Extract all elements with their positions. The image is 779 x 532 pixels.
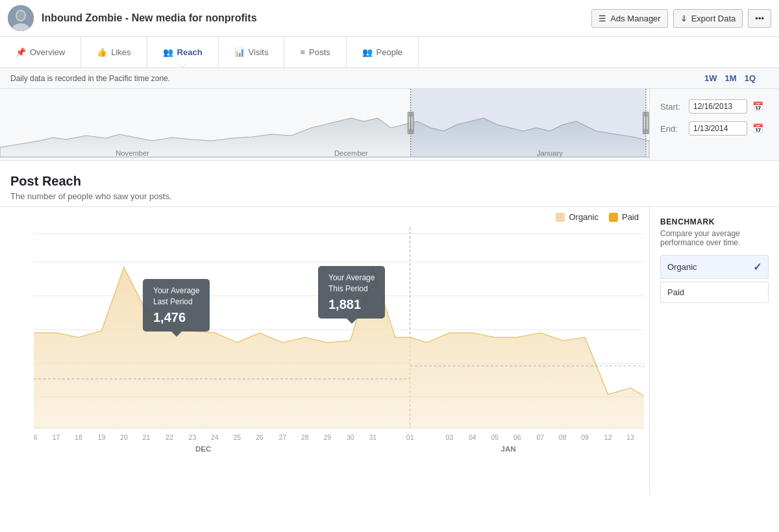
checkmark-icon: ✓	[753, 261, 761, 273]
svg-text:08: 08	[559, 434, 567, 441]
start-label: Start:	[660, 102, 684, 112]
export-data-button[interactable]: ⇓ Export Data	[673, 9, 743, 28]
period-1q-button[interactable]: 1Q	[742, 73, 758, 83]
section-title: Post Reach	[10, 174, 769, 189]
period-1w-button[interactable]: 1W	[702, 73, 720, 83]
download-icon: ⇓	[680, 14, 687, 23]
ads-manager-icon: ☰	[599, 14, 606, 23]
svg-rect-10	[643, 112, 649, 134]
svg-text:January: January	[537, 149, 563, 157]
svg-text:25: 25	[234, 434, 241, 441]
tooltip-current-label: Your AverageThis Period	[328, 272, 375, 295]
svg-text:JAN: JAN	[501, 445, 516, 453]
svg-text:21: 21	[143, 434, 151, 441]
section-subtitle: The number of people who saw your posts.	[10, 191, 769, 201]
svg-text:04: 04	[469, 434, 476, 441]
ellipsis-icon: •••	[755, 14, 764, 23]
tooltip-last-arrow	[171, 332, 182, 337]
avatar	[8, 5, 34, 31]
tooltip-last-label: Your AverageLast Period	[153, 285, 199, 308]
legend-organic: Organic	[556, 212, 599, 222]
svg-text:13: 13	[626, 434, 634, 441]
svg-text:03: 03	[445, 434, 453, 441]
svg-text:20: 20	[120, 434, 128, 441]
svg-text:24: 24	[211, 434, 219, 441]
svg-text:18: 18	[75, 434, 82, 441]
benchmark-paid-item[interactable]: Paid	[660, 282, 769, 303]
svg-text:23: 23	[189, 434, 197, 441]
svg-rect-7	[408, 112, 414, 134]
chart-container: Organic Paid 0 1K 2K 3K	[0, 207, 779, 495]
svg-text:November: November	[116, 149, 149, 157]
svg-text:09: 09	[581, 434, 589, 441]
tab-likes[interactable]: 👍 Likes	[81, 37, 147, 67]
more-options-button[interactable]: •••	[748, 9, 771, 28]
period-1m-button[interactable]: 1M	[723, 73, 739, 83]
tab-posts[interactable]: ≡ Posts	[284, 37, 346, 67]
end-label: End:	[660, 124, 684, 134]
list-icon: ≡	[300, 47, 305, 57]
tooltip-last-value: 1,476	[153, 310, 199, 325]
nav-tabs: 📌 Overview 👍 Likes 👥 Reach 📊 Visits ≡ Po…	[0, 37, 779, 68]
benchmark-title: BENCHMARK	[660, 217, 769, 226]
benchmark-desc: Compare your average performance over ti…	[660, 229, 769, 247]
svg-text:31: 31	[369, 434, 377, 441]
tab-visits[interactable]: 📊 Visits	[219, 37, 285, 67]
tooltip-current-arrow	[347, 319, 357, 324]
svg-text:12: 12	[604, 434, 612, 441]
end-calendar-icon[interactable]: 📅	[752, 123, 763, 134]
end-date-row: End: 📅	[660, 121, 769, 136]
period-buttons: 1W 1M 1Q	[702, 73, 758, 83]
svg-text:17: 17	[53, 434, 60, 441]
thumbs-up-icon: 👍	[97, 47, 107, 57]
tab-reach[interactable]: 👥 Reach	[147, 37, 219, 67]
header: Inbound Zombie - New media for nonprofit…	[0, 0, 779, 37]
svg-text:06: 06	[513, 434, 521, 441]
benchmark-organic-item[interactable]: Organic ✓	[660, 255, 769, 279]
bar-chart-icon: 📊	[234, 47, 245, 57]
post-reach-header: Post Reach The number of people who saw …	[0, 161, 779, 206]
svg-text:27: 27	[279, 434, 287, 441]
svg-rect-4	[411, 89, 646, 157]
svg-text:07: 07	[536, 434, 544, 441]
end-date-input[interactable]	[689, 121, 747, 136]
chart-main: Organic Paid 0 1K 2K 3K	[0, 207, 649, 495]
date-range-panel: Start: 📅 End: 📅	[649, 89, 779, 160]
benchmark-sidebar: BENCHMARK Compare your average performan…	[649, 207, 779, 495]
svg-text:22: 22	[166, 434, 173, 441]
svg-text:01: 01	[406, 434, 414, 441]
tab-overview[interactable]: 📌 Overview	[0, 37, 81, 67]
group-icon: 👥	[362, 47, 373, 57]
pin-icon: 📌	[16, 47, 26, 57]
svg-text:December: December	[334, 149, 368, 157]
svg-text:29: 29	[323, 434, 331, 441]
organic-swatch	[556, 213, 565, 222]
timezone-info: Daily data is recorded in the Pacific ti…	[10, 74, 702, 83]
svg-text:28: 28	[301, 434, 309, 441]
ads-manager-button[interactable]: ☰ Ads Manager	[591, 9, 667, 28]
paid-swatch	[609, 213, 618, 222]
tooltip-current-value: 1,881	[328, 297, 375, 312]
chart-legend: Organic Paid	[0, 207, 649, 227]
svg-text:26: 26	[256, 434, 264, 441]
tab-people[interactable]: 👥 People	[347, 37, 419, 67]
start-calendar-icon[interactable]: 📅	[752, 101, 763, 112]
tooltip-last-period: Your AverageLast Period 1,476	[143, 279, 210, 332]
svg-text:19: 19	[98, 434, 106, 441]
svg-text:30: 30	[347, 434, 354, 441]
page-title: Inbound Zombie - New media for nonprofit…	[42, 12, 591, 24]
svg-text:05: 05	[491, 434, 499, 441]
start-date-row: Start: 📅	[660, 99, 769, 114]
tooltip-current-period: Your AverageThis Period 1,881	[318, 266, 385, 319]
header-actions: ☰ Ads Manager ⇓ Export Data •••	[591, 9, 771, 28]
people-icon: 👥	[163, 47, 173, 57]
svg-point-3	[17, 11, 25, 20]
legend-paid: Paid	[609, 212, 639, 222]
start-date-input[interactable]	[689, 99, 747, 114]
svg-text:16: 16	[34, 434, 38, 441]
svg-text:DEC: DEC	[195, 445, 211, 453]
